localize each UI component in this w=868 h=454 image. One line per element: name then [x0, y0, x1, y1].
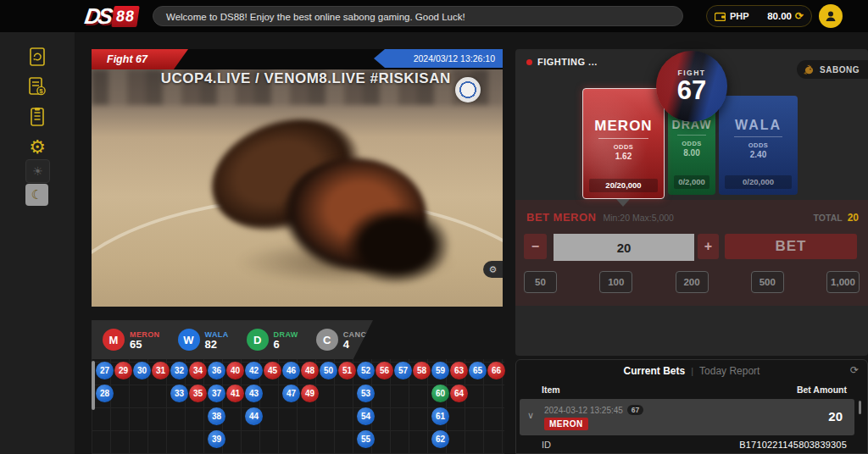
cancel-circle-icon: C	[316, 329, 338, 351]
history-cell-wala: 47	[282, 385, 300, 402]
history-cell-meron: 35	[189, 385, 207, 402]
bets-header: Current Bets | Today Report ⟳	[516, 360, 867, 382]
fight-number: 67	[677, 77, 706, 104]
user-avatar[interactable]	[819, 4, 843, 28]
stat-count: 4	[343, 339, 377, 350]
stat-count: 82	[205, 339, 229, 350]
current-bets-panel: Current Bets | Today Report ⟳ Item Bet A…	[515, 359, 868, 454]
chip-200[interactable]: 200	[676, 271, 709, 293]
wala-circle-icon: W	[178, 329, 200, 351]
bets-refresh-icon[interactable]: ⟳	[850, 364, 859, 376]
meron-bet-card[interactable]: MERON ODDS 1.62 20/20,000	[582, 88, 665, 199]
live-video-player[interactable]: UCOP4.LIVE / VENOM8.LIVE #RISKISAN ⚙	[92, 69, 503, 307]
plus-icon: +	[704, 239, 712, 254]
fight-number-tag: Fight 67	[92, 49, 188, 69]
history-cell-wala: 65	[469, 362, 487, 379]
history-cell-meron: 63	[450, 362, 468, 379]
fight-history-grid[interactable]: 2728293031323334353637383940414243444546…	[92, 359, 504, 454]
stream-logo-badge	[455, 77, 481, 102]
stream-watermark: UCOP4.LIVE / VENOM8.LIVE #RISKISAN	[92, 70, 503, 87]
bet-info-row: BET MERON Min:20 Max:5,000 TOTAL 20	[526, 211, 859, 224]
chip-1000[interactable]: 1,000	[826, 271, 860, 293]
history-cell-meron: 66	[487, 362, 505, 379]
stat-label: CANCEL	[343, 330, 377, 339]
history-cell-wala: 32	[170, 362, 188, 379]
bet-id-label: ID	[542, 440, 551, 450]
bets-scrollbar[interactable]	[859, 401, 861, 414]
history-cell-wala: 46	[282, 362, 300, 379]
meron-pool: 20/20,000	[589, 179, 658, 192]
provider-name: SABONG	[820, 65, 860, 75]
live-stream-section: Fight 67 2024/03/12 13:26:10 UCOP4.LIVE …	[92, 49, 503, 307]
column-item: Item	[542, 385, 560, 395]
history-scrollbar[interactable]	[92, 361, 95, 410]
history-cell-wala: 55	[357, 430, 375, 448]
history-cell-wala: 59	[431, 362, 449, 379]
bet-amount-input[interactable]	[554, 234, 694, 261]
bet-row[interactable]: ∨ 2024-03-12 13:25:45 67 MERON 20	[520, 399, 854, 435]
theme-dark-button[interactable]: ☾	[25, 184, 48, 206]
live-status-dot	[526, 59, 532, 65]
balance-refresh-icon[interactable]: ⟳	[795, 10, 804, 22]
moon-icon: ☾	[31, 187, 42, 202]
history-cell-wala: 33	[170, 385, 188, 402]
theme-light-button[interactable]: ☀	[25, 159, 50, 183]
history-cell-meron: 34	[189, 362, 207, 379]
chip-50[interactable]: 50	[524, 271, 557, 293]
tab-current-bets[interactable]: Current Bets	[624, 365, 686, 377]
file-refresh-icon	[28, 47, 47, 67]
wala-pool: 0/20,000	[725, 175, 792, 189]
tab-today-report[interactable]: Today Report	[699, 365, 760, 377]
history-cell-wala: 30	[133, 362, 151, 379]
sun-icon: ☀	[32, 164, 43, 178]
sidebar-item-rules[interactable]	[25, 104, 50, 130]
history-cell-wala: 39	[208, 430, 225, 448]
sidebar-item-transactions[interactable]: $	[25, 74, 50, 99]
history-cell-wala: 44	[245, 407, 263, 425]
bet-decrease-button[interactable]: −	[524, 234, 547, 259]
sidebar-item-settings[interactable]: ⚙	[25, 135, 50, 160]
history-cell-meron: 58	[413, 362, 431, 379]
currency-label: PHP	[730, 11, 749, 21]
history-cell-meron: 40	[226, 362, 244, 379]
chevron-down-icon[interactable]: ∨	[527, 410, 534, 421]
stream-quality-tab[interactable]: ⚙	[483, 261, 503, 278]
wala-odds-value: 2.40	[719, 150, 798, 159]
bet-amount-value: 20	[828, 409, 843, 424]
history-cell-meron: 45	[264, 362, 281, 379]
stat-meron: MMERON65	[103, 329, 160, 351]
bet-id-value: B1710221145803839305	[739, 440, 847, 450]
rooster-icon	[803, 64, 815, 76]
chip-100[interactable]: 100	[599, 271, 632, 293]
history-cell-meron: 56	[376, 362, 393, 379]
fight-number-sphere: FIGHT 67	[656, 51, 727, 122]
welcome-marquee: Welcome to DS88! Enjoy the best online s…	[153, 6, 683, 26]
left-sidebar: $ ⚙ ☀ ☾	[0, 32, 75, 454]
history-cell-wala: 57	[394, 362, 412, 379]
bet-increase-button[interactable]: +	[698, 234, 719, 259]
total-value: 20	[848, 212, 859, 224]
wala-bet-card[interactable]: WALA ODDS 2.40 0/20,000	[719, 96, 798, 195]
history-cell-wala: 36	[208, 362, 225, 379]
history-cell-meron: 49	[301, 385, 319, 402]
bet-side-label: BET MERON	[526, 211, 597, 224]
betting-panel: FIGHTING ... SABONG FIGHT 67 MERON ODDS …	[515, 49, 868, 356]
history-cell-meron: 29	[114, 362, 132, 379]
bet-submit-button[interactable]: BET	[725, 234, 857, 259]
history-cell-wala: 50	[320, 362, 337, 379]
top-bar: DS 88 Welcome to DS88! Enjoy the best on…	[0, 0, 868, 32]
wala-card-title: WALA	[719, 118, 798, 133]
draw-odds-label: ODDS	[668, 140, 715, 147]
history-cell-wala: 62	[431, 430, 449, 448]
wallet-balance-pill[interactable]: PHP 80.00 ⟳	[706, 5, 812, 27]
chip-500[interactable]: 500	[751, 271, 784, 293]
card-divider	[677, 135, 707, 136]
bet-fight-badge: 67	[627, 405, 643, 415]
rooster-silhouette	[342, 205, 452, 285]
selected-card-pointer	[616, 199, 630, 207]
ds88-logo[interactable]: DS 88	[85, 3, 138, 30]
results-stats-bar: MMERON65WWALA82DDRAW6CCANCEL4	[92, 320, 373, 359]
bet-timestamp: 2024-03-12 13:25:45 67	[544, 405, 643, 415]
stream-header: Fight 67 2024/03/12 13:26:10	[92, 49, 503, 69]
sidebar-item-bet-history[interactable]	[25, 44, 50, 69]
